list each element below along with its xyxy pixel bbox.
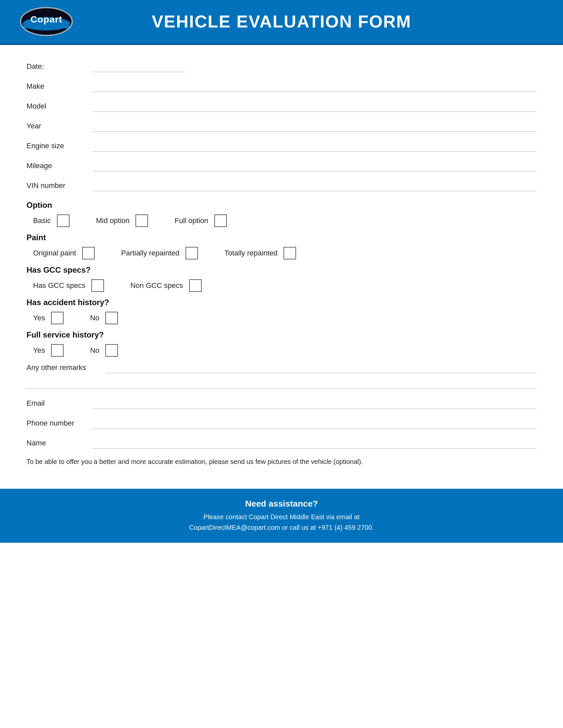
name-input[interactable] (93, 438, 537, 449)
service-no-label: No (90, 346, 99, 355)
paint-row: Original paint Partially repainted Total… (33, 247, 537, 259)
vin-input[interactable] (93, 181, 537, 191)
option-full-checkbox[interactable] (214, 214, 227, 227)
copart-logo-svg: Copart (20, 7, 73, 36)
email-input[interactable] (93, 398, 537, 409)
remarks-line (106, 363, 537, 373)
date-input[interactable] (93, 62, 185, 72)
model-field-row: Model (26, 101, 537, 112)
accident-no-checkbox[interactable] (105, 312, 118, 324)
paint-partial-checkbox[interactable] (185, 247, 198, 259)
accident-no: No (90, 312, 118, 324)
service-no: No (90, 344, 118, 357)
engine-input[interactable] (93, 141, 537, 152)
paint-total-checkbox[interactable] (284, 247, 296, 259)
model-label: Model (26, 102, 93, 112)
accident-yes-label: Yes (33, 314, 45, 322)
footer-contact-line2: CopartDirectMEA@copart.com or call us at… (189, 524, 374, 531)
service-yes: Yes (33, 344, 64, 357)
header: Copart VEHICLE EVALUATION FORM (0, 0, 563, 43)
page-title: VEHICLE EVALUATION FORM (73, 12, 543, 31)
option-basic: Basic (33, 214, 70, 227)
engine-field-row: Engine size (26, 141, 537, 152)
accident-row: Yes No (33, 312, 537, 324)
mileage-label: Mileage (26, 161, 93, 171)
gcc-non-label: Non GCC specs (130, 281, 183, 290)
mileage-field-row: Mileage (26, 161, 537, 171)
make-label: Make (26, 82, 93, 92)
remarks-row: Any other remarks (26, 363, 537, 373)
paint-total-label: Totally repainted (224, 249, 277, 257)
make-input[interactable] (93, 81, 537, 92)
paint-partial-label: Partially repainted (121, 249, 179, 257)
accident-yes-checkbox[interactable] (51, 312, 64, 324)
year-field-row: Year (26, 121, 537, 132)
phone-label: Phone number (26, 419, 93, 429)
option-mid-checkbox[interactable] (135, 214, 148, 227)
gcc-has-checkbox[interactable] (91, 279, 104, 292)
option-section: Option Basic Mid option Full option (26, 201, 537, 227)
vin-label: VIN number (26, 181, 93, 191)
date-label: Date: (26, 62, 93, 72)
option-mid-label: Mid option (96, 216, 130, 225)
option-header: Option (26, 201, 537, 210)
accident-yes: Yes (33, 312, 64, 324)
service-yes-checkbox[interactable] (51, 344, 64, 357)
make-field-row: Make (26, 81, 537, 92)
contact-fields: Email Phone number Name (26, 398, 537, 449)
accident-section: Has accident history? Yes No (26, 298, 537, 324)
svg-text:Copart: Copart (30, 14, 62, 24)
accident-no-label: No (90, 314, 99, 322)
paint-original: Original paint (33, 247, 95, 259)
option-mid: Mid option (96, 214, 148, 227)
phone-input[interactable] (93, 418, 537, 429)
email-label: Email (26, 399, 93, 409)
gcc-non-checkbox[interactable] (189, 279, 202, 292)
option-basic-checkbox[interactable] (57, 214, 70, 227)
vin-field-row: VIN number (26, 181, 537, 191)
gcc-non: Non GCC specs (130, 279, 202, 292)
basic-fields: Date: Make Model Year Engine size Mileag… (26, 62, 537, 191)
option-full-label: Full option (174, 216, 208, 225)
service-header: Full service history? (26, 330, 537, 340)
main-content: Date: Make Model Year Engine size Mileag… (0, 45, 563, 479)
footer-band: Need assistance? Please contact Copart D… (0, 489, 563, 543)
remarks-label: Any other remarks (26, 363, 106, 373)
accident-header: Has accident history? (26, 298, 537, 307)
mileage-input[interactable] (93, 161, 537, 171)
paint-partial: Partially repainted (121, 247, 198, 259)
paint-total: Totally repainted (224, 247, 296, 259)
service-no-checkbox[interactable] (105, 344, 118, 357)
option-basic-label: Basic (33, 216, 51, 225)
name-field-row: Name (26, 438, 537, 449)
date-field-row: Date: (26, 62, 537, 72)
service-yes-label: Yes (33, 346, 45, 355)
year-input[interactable] (93, 121, 537, 132)
svg-rect-4 (23, 26, 70, 28)
option-full: Full option (174, 214, 227, 227)
gcc-has-label: Has GCC specs (33, 281, 85, 290)
paint-original-checkbox[interactable] (82, 247, 95, 259)
paint-original-label: Original paint (33, 249, 76, 257)
engine-label: Engine size (26, 142, 93, 152)
email-field-row: Email (26, 398, 537, 409)
name-label: Name (26, 439, 93, 449)
footer-note: To be able to offer you a better and mor… (26, 458, 537, 466)
logo: Copart (20, 7, 73, 36)
remarks-extra-line (26, 378, 537, 388)
phone-field-row: Phone number (26, 418, 537, 429)
gcc-header: Has GCC specs? (26, 265, 537, 275)
footer-contact-line1: Please contact Copart Direct Middle East… (203, 513, 359, 521)
gcc-row: Has GCC specs Non GCC specs (33, 279, 537, 292)
model-input[interactable] (93, 101, 537, 112)
footer-need-assistance: Need assistance? (20, 499, 543, 509)
service-row: Yes No (33, 344, 537, 357)
paint-section: Paint Original paint Partially repainted… (26, 233, 537, 259)
gcc-has: Has GCC specs (33, 279, 104, 292)
option-row: Basic Mid option Full option (33, 214, 537, 227)
footer-contact-info: Please contact Copart Direct Middle East… (20, 512, 543, 533)
service-section: Full service history? Yes No (26, 330, 537, 357)
paint-header: Paint (26, 233, 537, 242)
year-label: Year (26, 122, 93, 132)
gcc-section: Has GCC specs? Has GCC specs Non GCC spe… (26, 265, 537, 292)
